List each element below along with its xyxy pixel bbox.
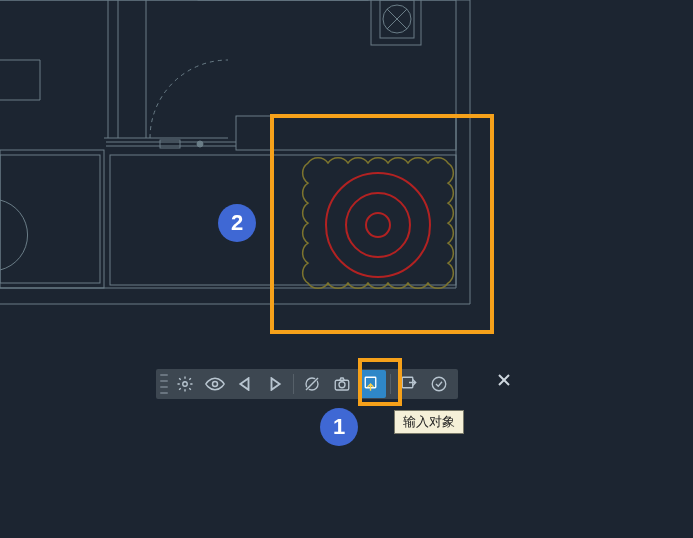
step-back-button[interactable] — [231, 370, 259, 398]
svg-rect-1 — [0, 150, 104, 288]
cad-canvas[interactable] — [0, 0, 693, 538]
eye-slash-icon — [303, 375, 321, 393]
export-icon — [400, 375, 418, 393]
svg-point-18 — [183, 382, 188, 387]
svg-point-19 — [213, 382, 218, 387]
svg-point-16 — [346, 193, 410, 257]
svg-point-13 — [197, 141, 203, 147]
svg-rect-10 — [236, 116, 456, 150]
settings-button[interactable] — [171, 370, 199, 398]
toolbar-grip[interactable] — [160, 374, 168, 394]
gear-icon — [176, 375, 194, 393]
svg-point-24 — [339, 382, 345, 388]
input-object-button[interactable] — [358, 370, 386, 398]
tooltip-input-object: 输入对象 — [394, 410, 464, 434]
snapshot-button[interactable] — [328, 370, 356, 398]
floating-toolbar — [156, 369, 458, 399]
close-icon — [497, 373, 511, 387]
output-object-button[interactable] — [395, 370, 423, 398]
visibility-button[interactable] — [201, 370, 229, 398]
svg-rect-9 — [110, 155, 456, 285]
import-icon — [363, 375, 381, 393]
isolate-button[interactable] — [298, 370, 326, 398]
svg-rect-14 — [160, 140, 180, 148]
triangle-right-icon — [268, 377, 282, 391]
toolbar-separator — [293, 374, 294, 394]
check-circle-icon — [430, 375, 448, 393]
toolbar-close-button[interactable] — [494, 370, 514, 390]
svg-point-15 — [366, 213, 390, 237]
svg-point-17 — [326, 173, 430, 277]
eye-icon — [205, 377, 225, 391]
svg-point-27 — [432, 377, 446, 391]
camera-icon — [333, 375, 351, 393]
step-forward-button[interactable] — [261, 370, 289, 398]
triangle-left-icon — [238, 377, 252, 391]
confirm-button[interactable] — [425, 370, 453, 398]
stage: { "annotations": { "callout_1": "1", "ca… — [0, 0, 693, 538]
toolbar-separator — [390, 374, 391, 394]
svg-rect-2 — [0, 155, 100, 283]
